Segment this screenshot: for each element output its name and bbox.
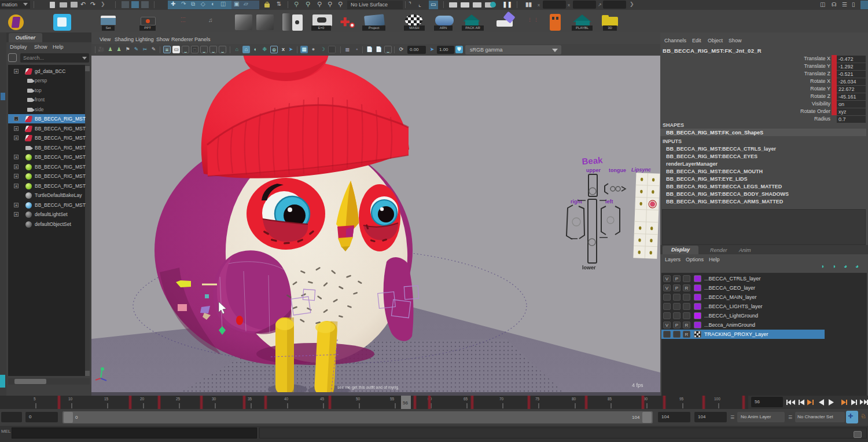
svg-text:40: 40 (284, 397, 289, 401)
svg-text:85: 85 (608, 397, 612, 401)
svg-text:45: 45 (320, 397, 325, 401)
svg-text:4 fps: 4 fps (632, 382, 643, 388)
svg-text:50: 50 (356, 397, 361, 401)
svg-text:15: 15 (104, 397, 109, 401)
svg-text:56: 56 (403, 400, 408, 406)
svg-text:75: 75 (535, 397, 540, 401)
svg-text:tongue: tongue (609, 167, 626, 173)
svg-text:Beak: Beak (582, 155, 604, 166)
svg-text:65: 65 (464, 397, 468, 401)
svg-text:lower: lower (582, 265, 596, 271)
svg-text:right: right (571, 199, 582, 204)
svg-text:80: 80 (572, 397, 576, 401)
svg-text:70: 70 (499, 397, 504, 401)
svg-text:upper: upper (586, 167, 601, 173)
svg-text:5: 5 (34, 397, 36, 401)
svg-text:25: 25 (176, 397, 181, 401)
svg-text:95: 95 (679, 397, 684, 401)
svg-text:Lipsync: Lipsync (631, 167, 651, 173)
svg-text:35: 35 (248, 397, 252, 401)
svg-text:20: 20 (140, 397, 145, 401)
svg-text:100: 100 (714, 397, 720, 401)
svg-text:30: 30 (212, 397, 216, 401)
svg-text:see me get this outfit and of: see me get this outfit and of myrig (337, 385, 398, 390)
svg-text:left: left (605, 199, 613, 204)
svg-text:10: 10 (68, 397, 73, 401)
svg-text:55: 55 (390, 397, 395, 401)
